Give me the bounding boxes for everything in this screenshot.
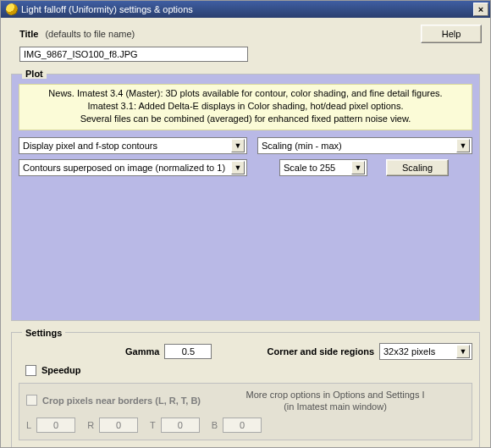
corner-select[interactable]: 32x32 pixels ▼: [379, 343, 472, 360]
crop-title-row: Crop pixels near borders (L, R, T, B) Mo…: [26, 389, 465, 413]
plot-row-1: Display pixel and f-stop contours ▼ Scal…: [19, 137, 472, 154]
app-icon: [6, 3, 18, 15]
crop-group: Crop pixels near borders (L, R, T, B) Mo…: [19, 383, 472, 441]
scale-to-select-value: Scale to 255: [284, 163, 351, 173]
display-select-value: Display pixel and f-stop contours: [23, 141, 231, 151]
scaling-button[interactable]: Scaling: [386, 159, 449, 176]
gamma-input[interactable]: [164, 344, 212, 359]
chevron-down-icon: ▼: [456, 139, 470, 152]
speedup-row: Speedup: [25, 365, 472, 376]
plot-empty-area: [19, 181, 472, 313]
crop-t-label: T: [150, 420, 156, 430]
close-button[interactable]: ×: [473, 3, 488, 16]
plot-legend: Plot: [22, 69, 47, 79]
crop-title: Crop pixels near borders (L, R, T, B): [42, 395, 201, 406]
news-banner: News. Imatest 3.4 (Master): 3D plots ava…: [19, 84, 472, 130]
crop-l-input[interactable]: [36, 418, 75, 433]
settings-top-row: Gamma Corner and side regions 32x32 pixe…: [19, 343, 472, 360]
news-line-2: Imatest 3.1: Added Delta-E displays in C…: [23, 100, 468, 113]
scaling-select-value: Scaling (min - max): [262, 141, 456, 151]
settings-group: Settings Gamma Corner and side regions 3…: [11, 328, 480, 447]
scaling-select[interactable]: Scaling (min - max) ▼: [257, 137, 472, 154]
settings-legend: Settings: [22, 328, 65, 338]
chevron-down-icon: ▼: [231, 139, 245, 152]
crop-r-input[interactable]: [99, 418, 138, 433]
gamma-label: Gamma: [125, 346, 159, 357]
close-icon: ×: [478, 5, 483, 14]
crop-b-label: B: [212, 420, 218, 430]
dialog-body: Title (defaults to file name) Help Plot …: [1, 18, 490, 447]
contours-select-value: Contours superposed on image (normalized…: [23, 163, 231, 173]
crop-r-label: R: [87, 420, 94, 430]
title-input[interactable]: [19, 47, 248, 62]
chevron-down-icon: ▼: [456, 345, 470, 358]
crop-more-text: More crop options in Options and Setting…: [206, 389, 465, 413]
contours-select[interactable]: Contours superposed on image (normalized…: [19, 159, 247, 176]
news-line-1: News. Imatest 3.4 (Master): 3D plots ava…: [23, 87, 468, 100]
titlebar: Light falloff (Uniformity) settings & op…: [1, 1, 490, 18]
crop-b-input[interactable]: [223, 418, 262, 433]
crop-l-label: L: [26, 420, 31, 430]
help-button[interactable]: Help: [421, 25, 482, 43]
scale-to-select[interactable]: Scale to 255 ▼: [279, 159, 367, 176]
chevron-down-icon: ▼: [231, 161, 245, 174]
crop-more-line2: (in Imatest main window): [206, 401, 465, 412]
news-line-3: Several files can be combined (averaged)…: [23, 113, 468, 125]
corner-label: Corner and side regions: [267, 346, 374, 357]
speedup-checkbox[interactable]: [25, 365, 36, 376]
display-select[interactable]: Display pixel and f-stop contours ▼: [19, 137, 247, 154]
chevron-down-icon: ▼: [351, 161, 365, 174]
plot-row-2: Contours superposed on image (normalized…: [19, 159, 472, 176]
corner-select-value: 32x32 pixels: [383, 346, 456, 357]
title-label: Title: [19, 29, 38, 39]
speedup-label: Speedup: [41, 365, 80, 375]
crop-values-row: L R T B: [26, 418, 465, 433]
title-hint: (defaults to file name): [45, 29, 135, 39]
dialog-window: Light falloff (Uniformity) settings & op…: [0, 0, 491, 448]
plot-group: Plot News. Imatest 3.4 (Master): 3D plot…: [11, 69, 480, 321]
crop-t-input[interactable]: [161, 418, 200, 433]
window-title: Light falloff (Uniformity) settings & op…: [21, 4, 473, 14]
title-row: Title (defaults to file name) Help: [9, 25, 482, 43]
crop-checkbox[interactable]: [26, 395, 37, 406]
crop-more-line1: More crop options in Options and Setting…: [206, 389, 465, 401]
